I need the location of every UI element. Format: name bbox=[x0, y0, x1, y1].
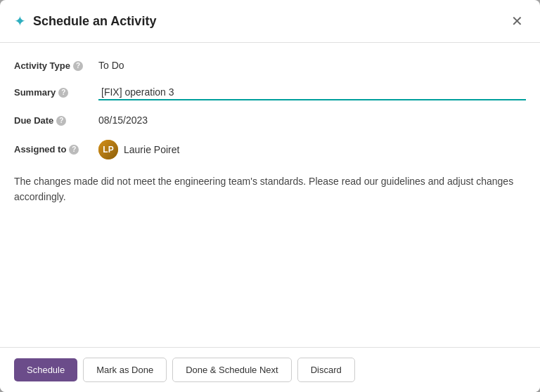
note-text: The changes made did not meet the engine… bbox=[14, 174, 526, 205]
activity-type-row: Activity Type ? To Do bbox=[14, 60, 526, 71]
assigned-to-label: Assigned to ? bbox=[14, 144, 98, 155]
modal-overlay: ✦ Schedule an Activity ✕ Activity Type ?… bbox=[0, 0, 540, 392]
modal-header: ✦ Schedule an Activity ✕ bbox=[0, 0, 540, 43]
activity-icon: ✦ bbox=[14, 13, 26, 30]
due-date-help-icon[interactable]: ? bbox=[56, 116, 66, 126]
summary-input[interactable] bbox=[98, 85, 526, 100]
done-schedule-next-button[interactable]: Done & Schedule Next bbox=[172, 358, 292, 382]
due-date-label: Due Date ? bbox=[14, 115, 98, 126]
due-date-value: 08/15/2023 bbox=[98, 115, 526, 126]
modal-header-left: ✦ Schedule an Activity bbox=[14, 13, 156, 30]
due-date-row: Due Date ? 08/15/2023 bbox=[14, 115, 526, 126]
assigned-to-name: Laurie Poiret bbox=[124, 144, 179, 155]
modal-footer: Schedule Mark as Done Done & Schedule Ne… bbox=[0, 347, 540, 392]
summary-label: Summary ? bbox=[14, 87, 98, 98]
modal-title: Schedule an Activity bbox=[33, 14, 156, 29]
avatar: LP bbox=[98, 140, 118, 159]
schedule-button[interactable]: Schedule bbox=[14, 358, 77, 381]
modal-dialog: ✦ Schedule an Activity ✕ Activity Type ?… bbox=[0, 0, 540, 392]
summary-row: Summary ? bbox=[14, 85, 526, 100]
activity-type-help-icon[interactable]: ? bbox=[73, 61, 83, 71]
activity-type-label: Activity Type ? bbox=[14, 60, 98, 71]
modal-body: Activity Type ? To Do Summary ? Due Date… bbox=[0, 43, 540, 347]
avatar-initials: LP bbox=[98, 140, 118, 159]
close-button[interactable]: ✕ bbox=[508, 11, 526, 31]
discard-button[interactable]: Discard bbox=[297, 358, 355, 382]
mark-done-button[interactable]: Mark as Done bbox=[83, 358, 167, 382]
assigned-to-value-area: LP Laurie Poiret bbox=[98, 140, 179, 159]
assigned-to-help-icon[interactable]: ? bbox=[69, 145, 79, 155]
activity-type-value: To Do bbox=[98, 60, 526, 71]
summary-help-icon[interactable]: ? bbox=[58, 88, 68, 98]
assigned-to-row: Assigned to ? LP Laurie Poiret bbox=[14, 140, 526, 159]
